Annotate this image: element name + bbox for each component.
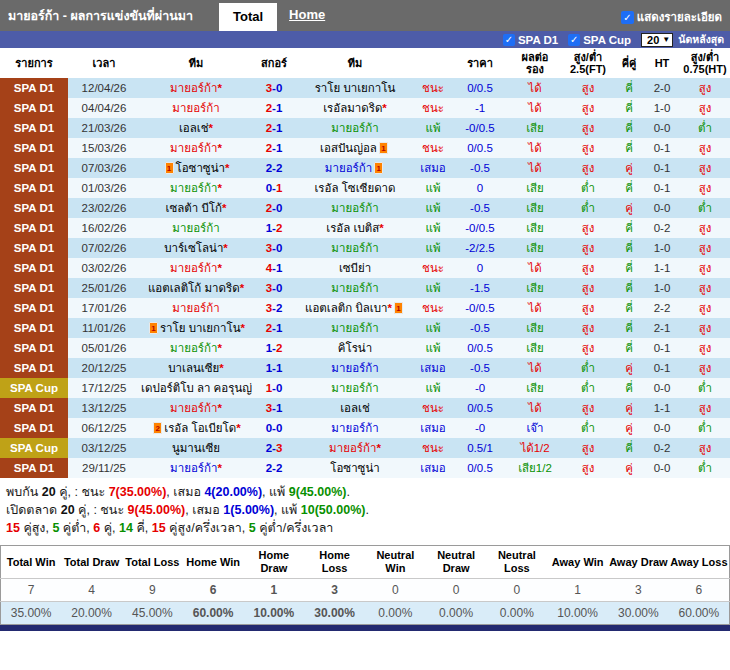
match-row: SPA D120/12/25บาเลนเซีย*1-1มายอร์ก้าเสมอ… xyxy=(0,358,730,378)
away-goals: 2 xyxy=(276,342,282,354)
score: 2-0 xyxy=(252,198,296,218)
match-count-select[interactable]: 20 ▼ xyxy=(641,33,673,47)
odd-even-cell: คี่ xyxy=(614,298,644,318)
home-team: มายอร์ก้า* xyxy=(140,398,252,418)
chevron-down-icon: ▼ xyxy=(662,35,670,44)
match-date: 16/02/26 xyxy=(68,218,140,238)
league-badge: SPA D1 xyxy=(0,238,68,258)
filter-spa-d1-label: SPA D1 xyxy=(518,34,558,46)
red-card-badge: 1 xyxy=(394,302,403,314)
column-header xyxy=(414,48,452,78)
league-badge: SPA D1 xyxy=(0,78,68,98)
handicap-result-cell: ได้ xyxy=(508,258,562,278)
away-team: มายอร์ก้า xyxy=(296,378,414,398)
home-mark-star: * xyxy=(241,322,245,334)
home-mark-star: * xyxy=(217,182,221,194)
checkbox-checked-icon[interactable]: ✓ xyxy=(621,11,634,24)
league-badge: SPA D1 xyxy=(0,218,68,238)
stats-percent: 60.00% xyxy=(183,602,244,625)
away-goals: 2 xyxy=(276,162,282,174)
stats-percent: 60.00% xyxy=(669,602,730,625)
home-team: มายอร์ก้า* xyxy=(140,258,252,278)
result-cell: เสมอ xyxy=(414,458,452,478)
stats-header-row: Total WinTotal DrawTotal LossHome WinHom… xyxy=(1,546,730,579)
match-count-suffix: นัดหลังสุด xyxy=(678,31,724,48)
match-date: 03/02/26 xyxy=(68,258,140,278)
column-header: ทีม xyxy=(296,48,414,78)
stats-count: 6 xyxy=(183,579,244,602)
summary-segment: 9(45.00%) xyxy=(128,503,186,517)
filter-spa-d1-checkbox[interactable]: ✓ xyxy=(503,34,515,46)
handicap-result-cell: เจ๊า xyxy=(508,418,562,438)
odd-even-cell: คี่ xyxy=(614,318,644,338)
away-team: มายอร์ก้า xyxy=(296,278,414,298)
home-team: เซลต้า บีโก้* xyxy=(140,198,252,218)
handicap-result-cell: เสีย xyxy=(508,318,562,338)
match-row: SPA D115/03/26มายอร์ก้า*2-1เอสปันญ่อล1ชน… xyxy=(0,138,730,158)
team-name: มายอร์ก้า xyxy=(331,382,378,394)
over-under-ht-cell: ต่ำ xyxy=(680,378,730,398)
away-goals: 2 xyxy=(276,462,282,474)
away-team: เรอัล เบติส* xyxy=(296,218,414,238)
over-under-ft-cell: สูง xyxy=(562,258,614,278)
column-header: ผลต่อ รอง xyxy=(508,48,562,78)
home-mark-star: * xyxy=(376,442,380,454)
show-details-checkbox[interactable]: ✓ แสดงรายละเอียด xyxy=(621,8,722,26)
home-mark-star: * xyxy=(217,402,221,414)
match-date: 13/12/25 xyxy=(68,398,140,418)
summary-segment: . xyxy=(346,485,349,499)
team-name: มายอร์ก้า xyxy=(170,342,217,354)
score: 2-2 xyxy=(252,458,296,478)
team-name: เอลเช่ xyxy=(340,402,370,414)
result-cell: แพ้ xyxy=(414,178,452,198)
home-team: บาร์เซโลน่า* xyxy=(140,238,252,258)
stats-percent: 0.00% xyxy=(487,602,548,625)
stats-percent: 0.00% xyxy=(426,602,487,625)
over-under-ft-cell: สูง xyxy=(562,438,614,458)
away-team: คิโรน่า xyxy=(296,338,414,358)
filter-bar: ✓ SPA D1 ✓ SPA Cup 20 ▼ นัดหลังสุด xyxy=(0,31,730,48)
ht-score-cell: 0-0 xyxy=(644,418,680,438)
home-team: มายอร์ก้า* xyxy=(140,138,252,158)
score: 3-0 xyxy=(252,278,296,298)
results-page: มายอร์ก้า - ผลการแข่งขันที่ผ่านมา Total … xyxy=(0,0,730,631)
stats-table: Total WinTotal DrawTotal LossHome WinHom… xyxy=(0,545,730,625)
away-goals: 1 xyxy=(276,262,282,274)
results-table-body: SPA D112/04/26มายอร์ก้า*3-0ราโย บาเยกาโน… xyxy=(0,78,730,478)
summary-segment: . xyxy=(365,503,368,517)
column-header: HT xyxy=(644,48,680,78)
ht-score-cell: 0-2 xyxy=(644,218,680,238)
away-team: มายอร์ก้า xyxy=(296,318,414,338)
odd-even-cell: คี่ xyxy=(614,118,644,138)
match-row: SPA D107/03/261โอซาซูน่า*2-2มายอร์ก้า1เส… xyxy=(0,158,730,178)
over-under-ft-cell: สูง xyxy=(562,338,614,358)
tab-total[interactable]: Total xyxy=(219,3,277,31)
team-name: เอสปันญ่อล xyxy=(320,142,377,154)
summary-segment: 7(35.00%) xyxy=(109,485,167,499)
column-header: สูง/ต่ำ 2.5(FT) xyxy=(562,48,614,78)
stats-header: Total Draw xyxy=(61,546,122,579)
over-under-ht-cell: สูง xyxy=(680,258,730,278)
filter-spa-cup-checkbox[interactable]: ✓ xyxy=(568,34,580,46)
match-date: 20/12/25 xyxy=(68,358,140,378)
home-team: เอลเช่* xyxy=(140,118,252,138)
over-under-ht-cell: สูง xyxy=(680,318,730,338)
odds-cell: -0/0.5 xyxy=(452,118,508,138)
team-name: มายอร์ก้า xyxy=(170,82,217,94)
away-goals: 1 xyxy=(276,102,282,114)
over-under-ft-cell: สูง xyxy=(562,78,614,98)
stats-table-header: Total WinTotal DrawTotal LossHome WinHom… xyxy=(1,546,730,579)
team-name: มายอร์ก้า xyxy=(331,122,378,134)
team-name: บาร์เซโลน่า xyxy=(164,242,223,254)
column-header: ราคา xyxy=(452,48,508,78)
score: 1-2 xyxy=(252,218,296,238)
result-cell: เสมอ xyxy=(414,418,452,438)
team-name: มายอร์ก้า xyxy=(170,262,217,274)
home-team: แอตเลติโก้ มาดริด* xyxy=(140,278,252,298)
odds-cell: -0/0.5 xyxy=(452,218,508,238)
home-team: 2เรอัล โอเบียโด* xyxy=(140,418,252,438)
tab-home[interactable]: Home xyxy=(277,1,337,31)
home-team: 1โอซาซูน่า* xyxy=(140,158,252,178)
over-under-ft-cell: สูง xyxy=(562,458,614,478)
odds-cell: -0 xyxy=(452,418,508,438)
